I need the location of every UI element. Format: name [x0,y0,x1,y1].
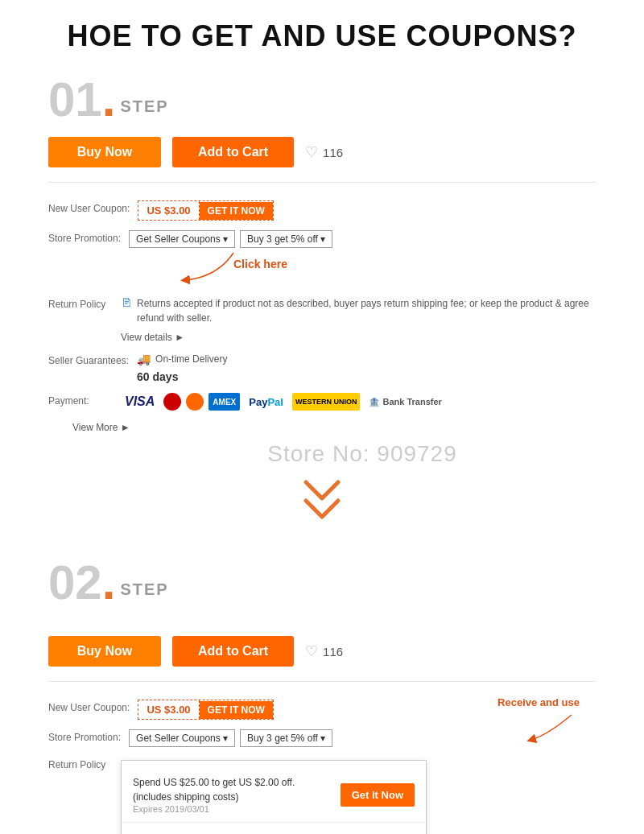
store-promotion-label-2: Store Promotion: [48,729,129,745]
divider-2 [48,681,596,682]
info-section-1: New User Coupon: US $3.00 GET IT NOW Sto… [0,191,644,420]
visa-logo-1: VISA [121,393,159,411]
wishlist-area-1[interactable]: ♡ 116 [305,143,343,161]
return-text-1: Returns accepted if product not as descr… [137,296,596,325]
wish-count-2: 116 [323,645,343,659]
payment-row-1: Payment: VISA AMEX PayPal WESTERN UNION … [48,388,596,415]
wish-count-1: 116 [323,146,343,159]
action-row-1: Buy Now Add to Cart ♡ 116 [0,129,644,179]
buy3-btn-1[interactable]: Buy 3 get 5% off ▾ [240,230,332,248]
popup-item-1-expires: Expires 2019/03/01 [133,804,332,814]
step1-label: 01 STEP [0,68,644,129]
wishlist-area-2[interactable]: ♡ 116 [305,642,343,660]
receive-arrow [523,711,588,743]
amex-logo-1: AMEX [208,393,240,411]
chevron-area-1: ❮❮❮❮ [0,470,644,551]
get-seller-coupons-btn-2[interactable]: Get Seller Coupons ▾ [129,729,235,747]
new-user-coupon-label-2: New User Coupon: [48,700,138,715]
divider-1 [48,182,596,183]
add-to-cart-button-1[interactable]: Add to Cart [172,137,294,167]
annotation-row-1: Click here [121,253,596,291]
view-more-1[interactable]: View More ► [0,420,644,438]
popup-item-1-text: Spend US $25.00 to get US $2.00 off. (in… [133,775,332,804]
info-section-2: New User Coupon: US $3.00 GET IT NOW Rec… [0,690,644,834]
on-time-delivery-1: On-time Delivery [155,353,227,365]
popup-item-1-text-area: Spend US $25.00 to get US $2.00 off. (in… [133,775,332,814]
popup-get-it-now-1[interactable]: Get It Now [341,783,415,807]
step2-word: STEP [120,580,168,599]
return-policy-row-2: Return Policy Spend US $25.00 to get US … [48,752,596,834]
new-user-coupon-content-2: US $3.00 GET IT NOW [138,700,451,720]
popup-item-1: Spend US $25.00 to get US $2.00 off. (in… [122,767,426,823]
new-user-coupon-row-1: New User Coupon: US $3.00 GET IT NOW [48,196,596,225]
return-policy-row-1: Return Policy 🖹 Returns accepted if prod… [48,291,596,348]
payment-label-1: Payment: [48,393,121,408]
buy-now-button-1[interactable]: Buy Now [48,137,161,167]
coupon-value-2: US $3.00 [138,700,199,719]
store-promotion-label-1: Store Promotion: [48,230,129,246]
coupon-box-2: US $3.00 GET IT NOW [138,700,274,720]
mastercard-red-logo-1 [163,393,181,411]
get-it-now-btn-1[interactable]: GET IT NOW [200,202,273,220]
seller-guarantees-row-1: Seller Guarantees: 🚚 On-time Delivery 60… [48,348,596,388]
click-here-label-1: Click here [233,258,467,270]
return-icon-1: 🖹 [121,296,132,309]
delivery-icon-1: 🚚 [137,353,151,365]
double-chevron-svg [298,478,346,535]
bank-transfer-logo-1: 🏦 Bank Transfer [365,393,445,411]
coupon-value-1: US $3.00 [138,201,199,220]
store-promotion-row-2: Store Promotion: Get Seller Coupons ▾ Bu… [48,725,596,752]
buy-now-button-2[interactable]: Buy Now [48,636,161,667]
new-user-coupon-label-1: New User Coupon: [48,200,138,216]
get-it-now-btn-2[interactable]: GET IT NOW [200,701,273,719]
receive-label: Receive and use [497,696,580,708]
popup-item-2-text: Spend US $13.00 to get US $1.00 off. (in… [133,831,331,834]
paypal-logo-1: PayPal [245,393,287,411]
return-policy-content-2: Spend US $25.00 to get US $2.00 off. (in… [121,757,596,834]
action-row-2: Buy Now Add to Cart ♡ 116 [0,628,644,678]
page-title: HOE TO GET AND USE COUPONS? [0,0,644,68]
step2-label: 02 STEP [0,551,644,612]
view-details-1[interactable]: View details ► [121,332,184,343]
buy3-btn-2[interactable]: Buy 3 get 5% off ▾ [240,729,332,747]
store-promotion-row-1: Store Promotion: Get Seller Coupons ▾ Bu… [48,225,596,253]
buy3-text-2: Buy 3 get 5% off ▾ [247,733,325,744]
popup-item-2: Spend US $13.00 to get US $1.00 off. (in… [122,823,426,834]
coupon-popup: Spend US $25.00 to get US $2.00 off. (in… [121,760,427,834]
buy3-text-1: Buy 3 get 5% off ▾ [247,233,325,245]
new-user-coupon-content-1: US $3.00 GET IT NOW [138,200,596,221]
store-no-1: Store No: 909729 [80,438,644,470]
return-policy-label-1: Return Policy [48,296,121,312]
step1-number: 01 [48,76,115,124]
heart-icon-1: ♡ [305,143,318,161]
get-seller-coupons-text-2: Get Seller Coupons ▾ [136,733,228,744]
return-policy-content-1: 🖹 Returns accepted if product not as des… [121,296,596,343]
step2-number: 02 [48,559,115,607]
seller-guarantees-label-1: Seller Guarantees: [48,353,137,368]
popup-item-2-text-area: Spend US $13.00 to get US $1.00 off. (in… [133,831,331,834]
heart-icon-2: ♡ [305,642,318,660]
payment-content-1: VISA AMEX PayPal WESTERN UNION 🏦 Bank Tr… [121,393,596,411]
new-user-coupon-row-2: New User Coupon: US $3.00 GET IT NOW Rec… [48,695,596,725]
mastercard-orange-logo-1 [186,393,204,411]
step1-word: STEP [120,97,168,116]
add-to-cart-button-2[interactable]: Add to Cart [172,636,294,667]
delivery-days-1: 60 days [137,370,178,383]
seller-guarantees-content-1: 🚚 On-time Delivery 60 days [137,353,596,383]
get-seller-coupons-text-1: Get Seller Coupons ▾ [136,233,228,245]
coupon-box-1: US $3.00 GET IT NOW [138,200,274,221]
western-union-logo-1: WESTERN UNION [292,393,361,411]
return-policy-label-2: Return Policy [48,757,121,772]
